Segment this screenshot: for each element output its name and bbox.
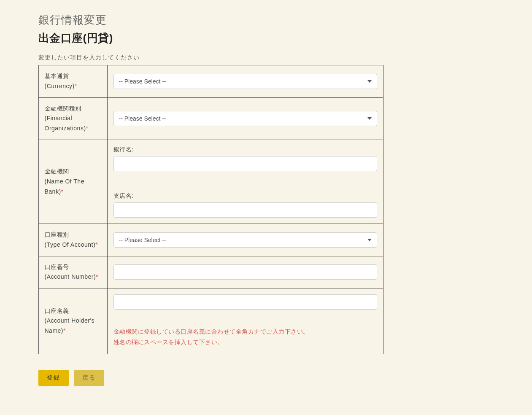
required-mark: *	[63, 327, 66, 334]
bank-name-sublabel: 銀行名:	[113, 146, 377, 154]
branch-name-block: 支店名:	[113, 192, 377, 218]
bank-name-row: 金融機関 (Name Of The Bank)* 銀行名: 支店名:	[38, 140, 383, 224]
account-number-input[interactable]	[113, 264, 377, 280]
branch-name-sublabel: 支店名:	[113, 192, 377, 200]
financial-org-select[interactable]: -- Please Select --	[113, 111, 377, 126]
button-row: 登録 戻る	[38, 370, 494, 386]
required-mark: *	[96, 273, 98, 280]
divider	[38, 362, 494, 362]
instruction-text: 変更したい項目を入力してください	[38, 54, 494, 62]
form-table: 基本通貨 (Currency)* -- Please Select -- 金融機…	[38, 65, 383, 354]
page-subtitle: 出金口座(円貸)	[38, 31, 494, 46]
account-type-select[interactable]: -- Please Select --	[113, 232, 377, 248]
submit-button[interactable]: 登録	[38, 370, 69, 386]
required-mark: *	[61, 188, 64, 195]
account-type-row: 口座種別 (Type Of Account)* -- Please Select…	[38, 224, 383, 256]
account-number-label: 口座番号 (Account Number)*	[38, 256, 107, 288]
account-number-row: 口座番号 (Account Number)*	[38, 256, 383, 288]
required-mark: *	[86, 125, 89, 132]
account-holder-input[interactable]	[113, 294, 377, 310]
currency-select[interactable]: -- Please Select --	[113, 74, 377, 89]
required-mark: *	[95, 241, 98, 248]
financial-org-label: 金融機関種別 (Financial Organizations)*	[38, 97, 107, 140]
account-type-label: 口座種別 (Type Of Account)*	[38, 224, 107, 256]
page-title: 銀行情報変更	[38, 13, 494, 27]
account-holder-row: 口座名義 (Account Holder's Name)* 金融機関に登録してい…	[38, 288, 383, 354]
account-holder-label: 口座名義 (Account Holder's Name)*	[38, 288, 107, 354]
form-container: 銀行情報変更 出金口座(円貸) 変更したい項目を入力してください 基本通貨 (C…	[30, 13, 502, 386]
back-button[interactable]: 戻る	[74, 370, 104, 386]
branch-name-input[interactable]	[113, 202, 377, 218]
currency-label: 基本通貨 (Currency)*	[38, 65, 107, 98]
bank-name-label: 金融機関 (Name Of The Bank)*	[38, 140, 107, 224]
currency-row: 基本通貨 (Currency)* -- Please Select --	[38, 65, 383, 98]
required-mark: *	[75, 83, 77, 89]
bank-name-input[interactable]	[113, 156, 377, 171]
account-holder-help: 金融機関に登録している口座名義に合わせて全角カナでご入力下さい。 姓名の欄にスペ…	[113, 326, 377, 348]
financial-org-row: 金融機関種別 (Financial Organizations)* -- Ple…	[38, 97, 383, 140]
bank-name-block: 銀行名:	[113, 146, 377, 171]
